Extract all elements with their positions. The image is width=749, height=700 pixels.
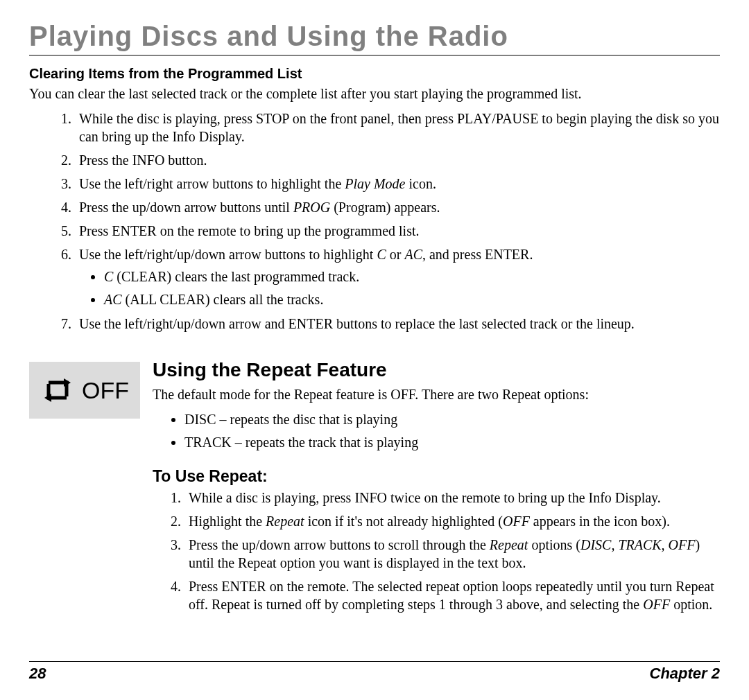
page-footer: 28 Chapter 2 — [29, 661, 720, 683]
list-item: Press the up/down arrow buttons until PR… — [75, 198, 720, 216]
list-item: AC (ALL CLEAR) clears all the tracks. — [104, 290, 720, 309]
list-item: TRACK – repeats the track that is playin… — [184, 433, 720, 452]
to-use-repeat-heading: To Use Repeat: — [153, 467, 720, 486]
list-item: C (CLEAR) clears the last programmed tra… — [104, 268, 720, 286]
list-item: While the disc is playing, press STOP on… — [75, 110, 720, 146]
list-item: Press ENTER on the remote. The selected … — [184, 577, 720, 613]
clearing-substeps: C (CLEAR) clears the last programmed tra… — [79, 268, 720, 309]
repeat-off-label: OFF — [82, 377, 129, 404]
repeat-off-icon-box: OFF — [29, 362, 140, 419]
list-item: Press the up/down arrow buttons to scrol… — [184, 536, 720, 572]
list-item: DISC – repeats the disc that is playing — [184, 410, 720, 429]
clearing-intro: You can clear the last selected track or… — [29, 85, 720, 103]
clearing-heading: Clearing Items from the Programmed List — [29, 66, 720, 82]
clearing-steps: While the disc is playing, press STOP on… — [29, 110, 720, 333]
list-item: Use the left/right arrow buttons to high… — [75, 175, 720, 193]
chapter-label: Chapter 2 — [650, 665, 720, 683]
page-number: 28 — [29, 665, 46, 683]
repeat-icon — [40, 373, 75, 408]
list-item: Press ENTER on the remote to bring up th… — [75, 222, 720, 240]
list-item: Highlight the Repeat icon if it's not al… — [184, 512, 720, 530]
list-item: Press the INFO button. — [75, 151, 720, 169]
repeat-intro: The default mode for the Repeat feature … — [153, 385, 720, 403]
page-title: Playing Discs and Using the Radio — [29, 21, 720, 56]
to-use-repeat-steps: While a disc is playing, press INFO twic… — [153, 489, 720, 613]
list-item: While a disc is playing, press INFO twic… — [184, 489, 720, 507]
repeat-heading: Using the Repeat Feature — [153, 359, 720, 381]
repeat-options: DISC – repeats the disc that is playing … — [153, 410, 720, 452]
list-item: Use the left/right/up/down arrow buttons… — [75, 245, 720, 309]
list-item: Use the left/right/up/down arrow and ENT… — [75, 315, 720, 333]
